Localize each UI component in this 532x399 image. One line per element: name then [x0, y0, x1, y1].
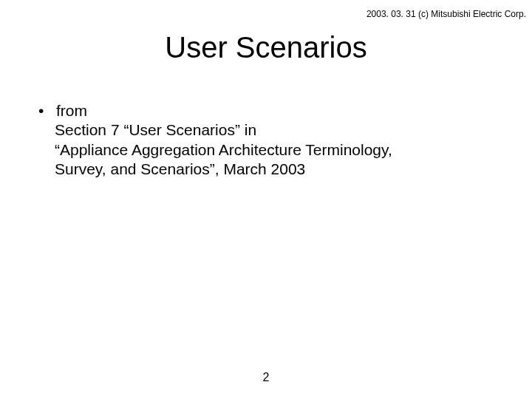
- slide-title: User Scenarios: [0, 31, 532, 64]
- page-number: 2: [0, 371, 532, 384]
- body-line-2: “Appliance Aggregation Architecture Term…: [55, 140, 502, 160]
- bullet-marker: •: [37, 101, 56, 120]
- body-content: • from Section 7 “User Scenarios” in “Ap…: [37, 101, 502, 179]
- body-line-3: Survey, and Scenarios”, March 2003: [55, 160, 502, 179]
- bullet-lead-text: from: [56, 101, 502, 120]
- bullet-item: • from: [37, 101, 502, 120]
- body-line-1: Section 7 “User Scenarios” in: [55, 120, 502, 140]
- header-copyright: 2003. 03. 31 (c) Mitsubishi Electric Cor…: [366, 9, 526, 19]
